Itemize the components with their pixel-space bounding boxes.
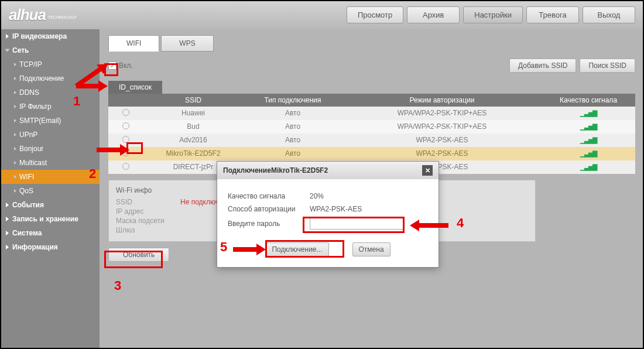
modal-title-prefix: Подключение xyxy=(223,166,271,174)
cell-conn: Авто xyxy=(243,134,342,147)
cell-auth: WPA/WPA2-PSK-TKIP+AES xyxy=(342,107,542,120)
cancel-button[interactable]: Отмена xyxy=(352,242,390,256)
sidebar-item-smtp[interactable]: SMTP(Email) xyxy=(0,114,100,128)
modal-title-ssid: MikroTik-E2D5F2 xyxy=(271,166,328,174)
nav-alarm[interactable]: Тревога xyxy=(526,6,579,23)
sidebar-item-label: Подключение xyxy=(19,74,64,83)
signal-icon: ▁▃▅▇ xyxy=(580,163,597,170)
cell-conn: Авто xyxy=(243,107,342,120)
nav-settings[interactable]: Настройки xyxy=(463,6,523,23)
search-ssid-button[interactable]: Поиск SSID xyxy=(580,59,635,73)
annotation-box-5 xyxy=(265,240,344,258)
sidebar-item-label: События xyxy=(12,201,44,209)
radio-icon[interactable] xyxy=(122,163,129,170)
radio-icon[interactable] xyxy=(122,122,129,129)
modal-auth-label: Способ авторизации xyxy=(228,205,310,213)
modal-password-label: Введите пароль xyxy=(228,220,310,228)
header: alhua TECHNOLOGY Просмотр Архив Настройк… xyxy=(0,0,644,29)
list-row[interactable]: Bud Авто WPA/WPA2-PSK-TKIP+AES ▁▃▅▇ xyxy=(108,120,635,134)
sidebar-item-wifi[interactable]: WIFI xyxy=(0,170,100,184)
sidebar-item-label: TCP/IP xyxy=(19,60,42,69)
close-icon[interactable]: ✕ xyxy=(422,165,433,176)
cell-auth: WPA2-PSK-AES xyxy=(342,147,542,160)
sidebar-item-upnp[interactable]: UPnP xyxy=(0,128,100,142)
sidebar-item-label: UPnP xyxy=(19,131,37,139)
sidebar-item-ipfilter[interactable]: IP Фильтр xyxy=(0,100,100,114)
sidebar-item-label: WIFI xyxy=(19,173,34,181)
sidebar-item-network[interactable]: Сеть xyxy=(0,43,100,57)
sidebar-item-label: Сеть xyxy=(12,46,29,54)
list-columns: SSID Тип подключения Режим авторизации К… xyxy=(108,94,635,107)
col-ssid: SSID xyxy=(143,94,243,107)
sidebar-item-label: DDNS xyxy=(19,88,39,97)
tab-wifi[interactable]: WIFI xyxy=(108,35,159,52)
enable-row: ✓ Вкл. Добавить SSID Поиск SSID xyxy=(108,59,635,73)
sidebar-item-label: Информация xyxy=(12,243,58,251)
modal-titlebar: Подключение MikroTik-E2D5F2 ✕ xyxy=(217,162,439,179)
annotation-arrow-4 xyxy=(410,220,448,231)
sidebar-item-bonjour[interactable]: Bonjour xyxy=(0,142,100,156)
sidebar-item-label: Multicast xyxy=(19,159,47,167)
info-label-gw: Шлюз xyxy=(116,226,180,234)
info-label-ssid: SSID xyxy=(116,198,180,206)
sidebar-item-storage[interactable]: Запись и хранение xyxy=(0,212,100,226)
signal-icon: ▁▃▅▇ xyxy=(580,123,597,130)
cell-auth: WPA/WPA2-PSK-TKIP+AES xyxy=(342,120,542,134)
annotation-arrow-2 xyxy=(97,144,129,156)
signal-icon: ▁▃▅▇ xyxy=(580,136,597,143)
annotation-box-3 xyxy=(104,251,163,268)
nav-preview[interactable]: Просмотр xyxy=(347,6,403,23)
list-row-selected[interactable]: MikroTik-E2D5F2 Авто WPA2-PSK-AES ▁▃▅▇ xyxy=(108,147,635,160)
add-ssid-button[interactable]: Добавить SSID xyxy=(509,59,576,73)
cell-ssid: Bud xyxy=(143,120,243,134)
sidebar-item-tcpip[interactable]: TCP/IP xyxy=(0,57,100,71)
col-conn: Тип подключения xyxy=(243,94,342,107)
tab-wps[interactable]: WPS xyxy=(161,35,213,52)
brand-sub: TECHNOLOGY xyxy=(48,15,77,19)
cell-auth: WPA2-PSK-AES xyxy=(342,134,542,147)
sidebar-item-label: QoS xyxy=(19,187,33,195)
wifi-list: ID_список SSID Тип подключения Режим авт… xyxy=(108,81,635,174)
signal-icon: ▁▃▅▇ xyxy=(580,150,597,157)
annotation-box-4 xyxy=(303,217,405,233)
nav-archive[interactable]: Архив xyxy=(407,6,460,23)
cell-ssid: Huawei xyxy=(143,107,243,120)
modal-quality-value: 20% xyxy=(310,192,324,200)
annotation-number-3: 3 xyxy=(114,278,121,293)
sidebar-item-label: Система xyxy=(12,229,42,237)
sidebar-item-label: IP Фильтр xyxy=(19,102,52,111)
cell-conn: Авто xyxy=(243,120,342,134)
sidebar-item-system[interactable]: Система xyxy=(0,226,100,240)
brand-logo: alhua TECHNOLOGY xyxy=(9,6,77,24)
annotation-number-1: 1 xyxy=(73,94,80,109)
annotation-number-2: 2 xyxy=(89,166,96,182)
info-label-ip: IP адрес xyxy=(116,207,180,215)
sidebar-item-label: Bonjour xyxy=(19,145,43,153)
cell-ssid: Adv2016 xyxy=(143,134,243,147)
list-row[interactable]: Adv2016 Авто WPA2-PSK-AES ▁▃▅▇ xyxy=(108,134,635,147)
sidebar-item-events[interactable]: События xyxy=(0,198,100,212)
cell-ssid: MikroTik-E2D5F2 xyxy=(143,147,243,160)
col-auth: Режим авторизации xyxy=(342,94,542,107)
sidebar-item-label: IP видеокамера xyxy=(12,32,67,40)
annotation-number-5: 5 xyxy=(220,239,227,255)
modal-quality-label: Качество сигнала xyxy=(228,192,310,200)
enable-label: Вкл. xyxy=(119,61,133,70)
sidebar-item-multicast[interactable]: Multicast xyxy=(0,156,100,170)
modal-auth-value: WPA2-PSK-AES xyxy=(310,205,362,213)
radio-icon[interactable] xyxy=(122,109,129,116)
sidebar-item-label: Запись и хранение xyxy=(12,215,78,223)
signal-icon: ▁▃▅▇ xyxy=(580,110,597,117)
sidebar-item-info[interactable]: Информация xyxy=(0,240,100,254)
list-row[interactable]: Huawei Авто WPA/WPA2-PSK-TKIP+AES ▁▃▅▇ xyxy=(108,107,635,120)
ssid-action-buttons: Добавить SSID Поиск SSID xyxy=(509,59,635,73)
annotation-number-4: 4 xyxy=(457,215,464,231)
sidebar-item-qos[interactable]: QoS xyxy=(0,184,100,198)
sidebar-item-ipcam[interactable]: IP видеокамера xyxy=(0,29,100,43)
tab-bar: WIFI WPS xyxy=(108,35,635,52)
brand-name: alhua xyxy=(9,6,46,24)
annotation-arrow-5 xyxy=(233,244,266,255)
nav-exit[interactable]: Выход xyxy=(583,6,635,23)
header-nav: Просмотр Архив Настройки Тревога Выход xyxy=(347,6,635,23)
list-header-tab: ID_список xyxy=(108,81,162,94)
